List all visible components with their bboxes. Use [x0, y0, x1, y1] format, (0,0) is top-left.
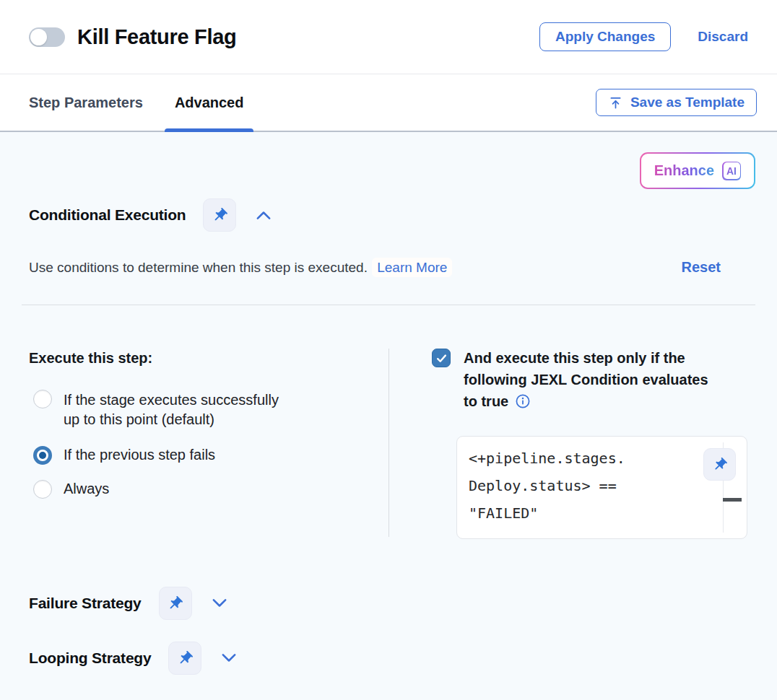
expand-looping-strategy-button[interactable] [219, 650, 239, 666]
conditional-description: Use conditions to determine when this st… [29, 260, 452, 276]
checkmark-icon [435, 352, 448, 364]
tab-step-parameters-label: Step Parameters [29, 95, 143, 111]
conditional-description-row: Use conditions to determine when this st… [29, 259, 748, 276]
enhance-button-body: Enhance AI [641, 154, 754, 188]
upload-icon [608, 95, 623, 110]
info-icon[interactable] [516, 393, 530, 414]
jexl-condition-label: And execute this step only if the follow… [464, 347, 715, 414]
pin-icon [167, 595, 183, 612]
radio-option-label: If the stage executes successfully up to… [64, 390, 289, 429]
jexl-checkbox-row: And execute this step only if the follow… [432, 347, 748, 414]
conditional-execution-body: Execute this step: If the stage executes… [29, 346, 748, 539]
radio-selected-icon [33, 446, 52, 465]
radio-unselected-icon [33, 480, 52, 499]
enhance-label: Enhance [654, 162, 714, 179]
reset-link[interactable]: Reset [682, 259, 721, 276]
pin-button-jexl-editor[interactable] [703, 448, 736, 481]
pin-button-failure-strategy[interactable] [159, 587, 192, 620]
advanced-tab-content: Enhance AI Conditional Execution Use con… [0, 152, 777, 675]
radio-option-stage-success[interactable]: If the stage executes successfully up to… [33, 390, 388, 429]
apply-changes-button[interactable]: Apply Changes [539, 22, 671, 51]
radio-option-label: Always [64, 479, 109, 499]
tab-advanced-label: Advanced [175, 95, 244, 111]
active-tab-underline [165, 128, 254, 132]
tabs: Step Parameters Advanced [29, 74, 243, 131]
editor-scrollbar-thumb[interactable] [723, 498, 742, 502]
radio-option-label: If the previous step fails [64, 445, 215, 465]
pin-icon [177, 650, 194, 667]
ai-badge-label: AI [726, 165, 737, 177]
chevron-down-icon [209, 595, 230, 611]
tab-advanced[interactable]: Advanced [175, 74, 244, 131]
execute-step-column: Execute this step: If the stage executes… [29, 346, 388, 539]
save-as-template-label: Save as Template [630, 95, 745, 110]
chevron-up-icon [253, 207, 274, 223]
conditional-description-text: Use conditions to determine when this st… [29, 260, 368, 275]
ai-badge: AI [722, 162, 741, 180]
toggle-knob [30, 29, 47, 45]
discard-button[interactable]: Discard [698, 29, 748, 45]
enhance-row: Enhance AI [29, 152, 755, 189]
radio-unselected-icon [33, 390, 52, 408]
looping-strategy-title: Looping Strategy [29, 649, 151, 667]
tab-bar: Step Parameters Advanced Save as Templat… [0, 74, 777, 132]
jexl-condition-checkbox[interactable] [432, 349, 451, 367]
execute-this-step-label: Execute this step: [29, 350, 388, 367]
step-enabled-toggle[interactable] [29, 27, 65, 47]
chevron-down-icon [219, 650, 239, 666]
code-line: Deploy.status> == [469, 472, 718, 499]
step-config-panel: Kill Feature Flag Apply Changes Discard … [0, 0, 777, 700]
radio-option-previous-step-fails[interactable]: If the previous step fails [33, 445, 388, 465]
enhance-ai-button[interactable]: Enhance AI [640, 152, 755, 189]
pin-button-looping-strategy[interactable] [168, 642, 201, 675]
header: Kill Feature Flag Apply Changes Discard [0, 0, 777, 74]
jexl-condition-editor[interactable]: <+pipeline.stages. Deploy.status> == "FA… [456, 436, 747, 539]
conditional-execution-title: Conditional Execution [29, 206, 186, 224]
header-left: Kill Feature Flag [29, 25, 237, 49]
code-line: <+pipeline.stages. [469, 445, 718, 472]
failure-strategy-header: Failure Strategy [29, 587, 748, 620]
radio-option-always[interactable]: Always [33, 479, 388, 499]
learn-more-link[interactable]: Learn More [372, 258, 452, 277]
tab-step-parameters[interactable]: Step Parameters [29, 74, 143, 131]
pin-icon [212, 207, 228, 224]
code-line: "FAILED" [469, 499, 718, 527]
jexl-condition-column: And execute this step only if the follow… [389, 346, 748, 539]
section-divider [22, 305, 755, 305]
header-actions: Apply Changes Discard [539, 22, 748, 51]
expand-failure-strategy-button[interactable] [209, 595, 230, 611]
failure-strategy-title: Failure Strategy [29, 595, 142, 612]
save-as-template-button[interactable]: Save as Template [596, 89, 757, 116]
conditional-execution-header: Conditional Execution [29, 198, 748, 232]
looping-strategy-header: Looping Strategy [29, 642, 748, 675]
pin-icon [712, 457, 728, 473]
pin-button-conditional-execution[interactable] [203, 198, 236, 232]
collapse-section-button[interactable] [253, 207, 274, 223]
page-title: Kill Feature Flag [77, 25, 237, 49]
